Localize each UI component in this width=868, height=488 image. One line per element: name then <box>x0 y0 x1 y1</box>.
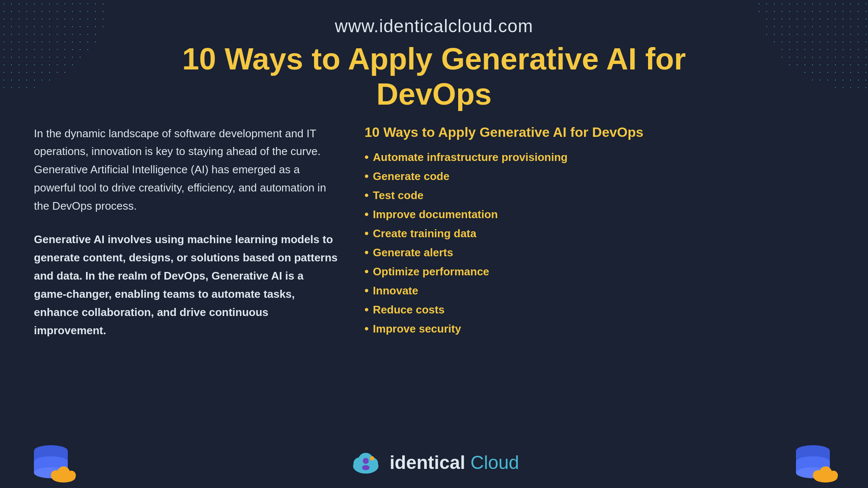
list-item: Generate code <box>364 167 704 186</box>
list-item: Create training data <box>364 224 704 243</box>
database-icon-left <box>25 441 85 484</box>
list-item: Optimize performance <box>364 262 704 281</box>
main-title: 10 Ways to Apply Generative AI for DevOp… <box>180 42 688 112</box>
intro-paragraph1: In the dynamic landscape of software dev… <box>34 125 339 215</box>
svg-point-9 <box>52 474 75 481</box>
ways-list: Automate infrastructure provisioningGene… <box>364 148 704 338</box>
logo-text-identical: identical <box>389 452 465 473</box>
list-item: Improve security <box>364 319 704 338</box>
list-item: Reduce costs <box>364 300 704 319</box>
main-title-line2: DevOps <box>376 77 492 111</box>
logo-text: identical Cloud <box>389 452 519 473</box>
website-url: www.identicalcloud.com <box>0 16 868 36</box>
right-column: 10 Ways to Apply Generative AI for DevOp… <box>364 125 704 340</box>
svg-point-26 <box>814 474 837 481</box>
list-item: Innovate <box>364 281 704 300</box>
logo-icon <box>349 446 383 480</box>
list-item: Test code <box>364 186 704 205</box>
list-item: Improve documentation <box>364 205 704 224</box>
database-icon-right <box>783 441 843 484</box>
header: www.identicalcloud.com 10 Ways to Apply … <box>0 0 868 112</box>
logo-container: identical Cloud <box>349 446 519 480</box>
svg-point-14 <box>363 458 369 464</box>
content-area: In the dynamic landscape of software dev… <box>0 125 868 340</box>
list-item: Generate alerts <box>364 243 704 262</box>
list-heading: 10 Ways to Apply Generative AI for DevOp… <box>364 125 704 140</box>
left-column: In the dynamic landscape of software dev… <box>34 125 339 340</box>
footer: identical Cloud <box>0 437 868 488</box>
intro-paragraph2: Generative AI involves using machine lea… <box>34 230 339 339</box>
list-item: Automate infrastructure provisioning <box>364 148 704 167</box>
logo-text-cloud: Cloud <box>470 452 519 473</box>
svg-point-15 <box>362 465 370 470</box>
svg-point-16 <box>370 456 374 460</box>
main-title-line1: 10 Ways to Apply Generative AI for <box>182 42 686 76</box>
